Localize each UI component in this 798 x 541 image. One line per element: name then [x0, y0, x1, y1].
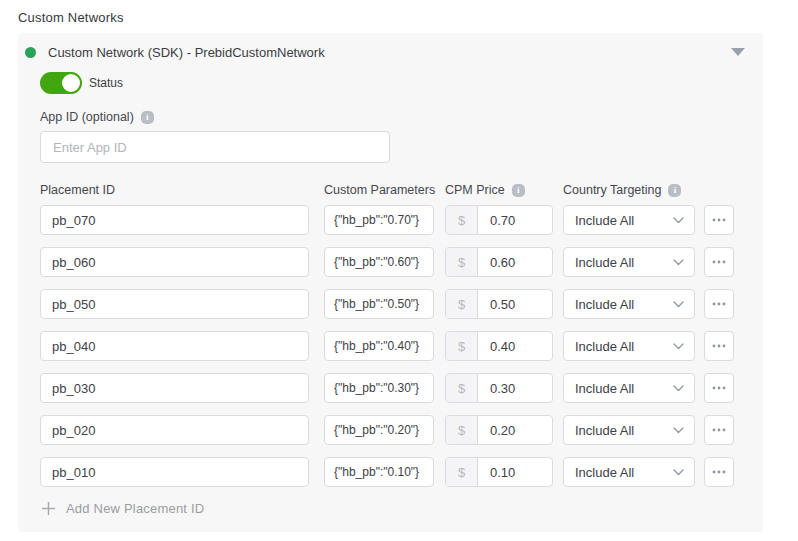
- custom-parameters-input[interactable]: [324, 373, 434, 403]
- cpm-price-column-label: CPM Price: [445, 183, 505, 197]
- active-status-dot-icon: [25, 47, 36, 58]
- country-targeting-value: Include All: [575, 423, 634, 438]
- country-targeting-info-icon[interactable]: i: [668, 184, 681, 197]
- ellipsis-icon: [712, 260, 726, 264]
- row-more-options-button[interactable]: [704, 373, 734, 403]
- status-toggle[interactable]: [40, 72, 80, 94]
- chevron-down-icon: [673, 385, 684, 392]
- app-id-label: App ID (optional): [40, 110, 134, 124]
- country-targeting-column-label: Country Targeting: [563, 183, 661, 197]
- placement-id-input[interactable]: [40, 247, 309, 277]
- country-targeting-select[interactable]: Include All: [563, 289, 695, 319]
- add-new-placement-button[interactable]: Add New Placement ID: [41, 501, 763, 516]
- country-targeting-select[interactable]: Include All: [563, 205, 695, 235]
- placement-row: $ Include All: [40, 289, 763, 319]
- cpm-price-input[interactable]: [478, 248, 552, 276]
- network-title: Custom Network (SDK) - PrebidCustomNetwo…: [48, 45, 325, 60]
- currency-symbol: $: [446, 290, 478, 318]
- chevron-down-icon: [673, 301, 684, 308]
- custom-parameters-input[interactable]: [324, 331, 434, 361]
- custom-network-card: Custom Network (SDK) - PrebidCustomNetwo…: [18, 33, 763, 532]
- placement-row: $ Include All: [40, 331, 763, 361]
- placement-id-input[interactable]: [40, 457, 309, 487]
- cpm-price-field: $: [445, 457, 553, 487]
- custom-parameters-input[interactable]: [324, 247, 434, 277]
- placement-id-input[interactable]: [40, 289, 309, 319]
- placement-id-column-header: Placement ID: [40, 183, 324, 197]
- country-targeting-select[interactable]: Include All: [563, 457, 695, 487]
- placement-row: $ Include All: [40, 205, 763, 235]
- table-column-headers: Placement ID Custom Parameters CPM Price…: [40, 183, 763, 197]
- country-targeting-value: Include All: [575, 297, 634, 312]
- app-id-input[interactable]: [40, 131, 390, 163]
- status-toggle-row: Status: [40, 72, 763, 94]
- app-id-label-row: App ID (optional) i: [40, 110, 763, 124]
- cpm-price-info-icon[interactable]: i: [512, 184, 525, 197]
- country-targeting-select[interactable]: Include All: [563, 373, 695, 403]
- cpm-price-field: $: [445, 331, 553, 361]
- cpm-price-input[interactable]: [478, 206, 552, 234]
- ellipsis-icon: [712, 302, 726, 306]
- chevron-down-icon: [673, 343, 684, 350]
- add-new-placement-label: Add New Placement ID: [66, 501, 204, 516]
- currency-symbol: $: [446, 416, 478, 444]
- cpm-price-field: $: [445, 289, 553, 319]
- placement-id-input[interactable]: [40, 373, 309, 403]
- placement-id-input[interactable]: [40, 415, 309, 445]
- cpm-price-field: $: [445, 415, 553, 445]
- plus-icon: [41, 501, 56, 516]
- custom-parameters-input[interactable]: [324, 205, 434, 235]
- country-targeting-value: Include All: [575, 255, 634, 270]
- cpm-price-field: $: [445, 247, 553, 277]
- custom-parameters-column-header: Custom Parameters: [324, 183, 445, 197]
- currency-symbol: $: [446, 248, 478, 276]
- row-more-options-button[interactable]: [704, 331, 734, 361]
- ellipsis-icon: [712, 428, 726, 432]
- app-id-info-icon[interactable]: i: [141, 111, 154, 124]
- cpm-price-input[interactable]: [478, 374, 552, 402]
- placement-rows: $ Include All $ I: [40, 205, 763, 487]
- row-more-options-button[interactable]: [704, 205, 734, 235]
- cpm-price-column-header: CPM Price i: [445, 183, 563, 197]
- placement-id-input[interactable]: [40, 205, 309, 235]
- country-targeting-select[interactable]: Include All: [563, 331, 695, 361]
- row-more-options-button[interactable]: [704, 415, 734, 445]
- chevron-down-icon: [673, 469, 684, 476]
- chevron-down-icon: [673, 217, 684, 224]
- placement-row: $ Include All: [40, 457, 763, 487]
- status-toggle-label: Status: [89, 76, 123, 90]
- ellipsis-icon: [712, 344, 726, 348]
- placement-row: $ Include All: [40, 415, 763, 445]
- custom-parameters-input[interactable]: [324, 415, 434, 445]
- country-targeting-value: Include All: [575, 381, 634, 396]
- row-more-options-button[interactable]: [704, 457, 734, 487]
- cpm-price-input[interactable]: [478, 332, 552, 360]
- placement-id-input[interactable]: [40, 331, 309, 361]
- cpm-price-input[interactable]: [478, 416, 552, 444]
- country-targeting-value: Include All: [575, 213, 634, 228]
- page-title: Custom Networks: [18, 10, 798, 25]
- collapse-arrow-icon[interactable]: [731, 48, 745, 56]
- chevron-down-icon: [673, 427, 684, 434]
- custom-parameters-input[interactable]: [324, 457, 434, 487]
- cpm-price-input[interactable]: [478, 458, 552, 486]
- placement-id-column-label: Placement ID: [40, 183, 115, 197]
- placement-row: $ Include All: [40, 373, 763, 403]
- row-more-options-button[interactable]: [704, 289, 734, 319]
- cpm-price-input[interactable]: [478, 290, 552, 318]
- country-targeting-select[interactable]: Include All: [563, 415, 695, 445]
- status-toggle-knob: [60, 72, 82, 94]
- custom-parameters-input[interactable]: [324, 289, 434, 319]
- currency-symbol: $: [446, 458, 478, 486]
- row-more-options-button[interactable]: [704, 247, 734, 277]
- currency-symbol: $: [446, 374, 478, 402]
- custom-parameters-column-label: Custom Parameters: [324, 183, 435, 197]
- network-header: Custom Network (SDK) - PrebidCustomNetwo…: [18, 33, 763, 60]
- chevron-down-icon: [673, 259, 684, 266]
- currency-symbol: $: [446, 332, 478, 360]
- placement-row: $ Include All: [40, 247, 763, 277]
- ellipsis-icon: [712, 386, 726, 390]
- currency-symbol: $: [446, 206, 478, 234]
- country-targeting-select[interactable]: Include All: [563, 247, 695, 277]
- country-targeting-value: Include All: [575, 339, 634, 354]
